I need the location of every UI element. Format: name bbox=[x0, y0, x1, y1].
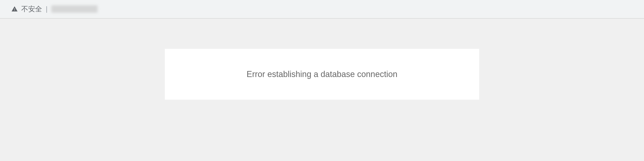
error-card: Error establishing a database connection bbox=[165, 49, 479, 100]
browser-address-bar[interactable]: 不安全 | bbox=[0, 0, 644, 18]
page-content-area: Error establishing a database connection bbox=[0, 18, 644, 161]
warning-icon bbox=[11, 6, 18, 12]
error-message: Error establishing a database connection bbox=[247, 70, 397, 79]
address-pill[interactable]: 不安全 | bbox=[7, 3, 102, 15]
security-status-label: 不安全 bbox=[21, 4, 42, 14]
url-text-blurred bbox=[51, 5, 98, 13]
address-separator: | bbox=[46, 5, 48, 13]
